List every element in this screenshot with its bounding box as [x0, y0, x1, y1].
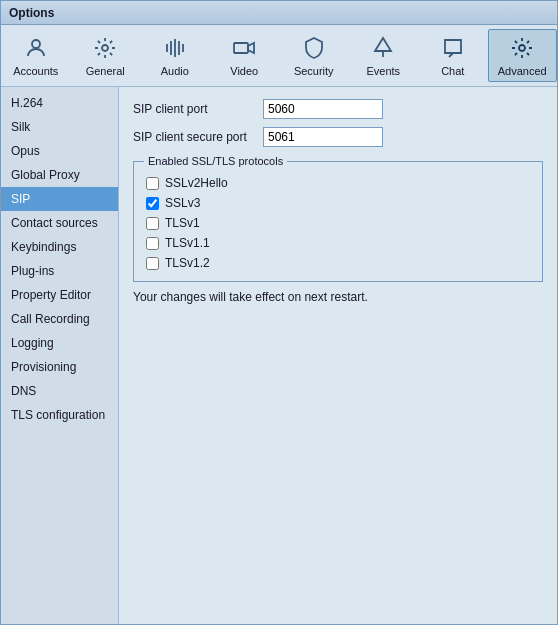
checkbox-row-tlsv1_2: TLSv1.2	[144, 253, 532, 273]
checkbox-label-tlsv1_1: TLSv1.1	[165, 236, 210, 250]
sidebar-item-logging[interactable]: Logging	[1, 331, 118, 355]
sip-port-label: SIP client port	[133, 102, 263, 116]
advanced-icon	[508, 34, 536, 62]
sidebar-item-provisioning[interactable]: Provisioning	[1, 355, 118, 379]
sidebar-item-contact-sources[interactable]: Contact sources	[1, 211, 118, 235]
sidebar-item-keybindings[interactable]: Keybindings	[1, 235, 118, 259]
toolbar-item-accounts[interactable]: Accounts	[1, 29, 71, 82]
svg-point-0	[32, 40, 40, 48]
sip-secure-port-input[interactable]	[263, 127, 383, 147]
sip-port-row: SIP client port	[133, 99, 543, 119]
tls-fieldset: Enabled SSL/TLS protocols SSLv2HelloSSLv…	[133, 155, 543, 282]
toolbar-item-video[interactable]: Video	[210, 29, 280, 82]
toolbar-label-security: Security	[294, 65, 334, 77]
sip-port-input[interactable]	[263, 99, 383, 119]
toolbar-label-chat: Chat	[441, 65, 464, 77]
sidebar-item-h264[interactable]: H.264	[1, 91, 118, 115]
sidebar-item-property-editor[interactable]: Property Editor	[1, 283, 118, 307]
content-area: SIP client port SIP client secure port E…	[119, 87, 557, 624]
sidebar-item-plug-ins[interactable]: Plug-ins	[1, 259, 118, 283]
title-bar: Options	[1, 1, 557, 25]
checkbox-label-sslv3: SSLv3	[165, 196, 200, 210]
sidebar: H.264SilkOpusGlobal ProxySIPContact sour…	[1, 87, 119, 624]
toolbar-item-security[interactable]: Security	[279, 29, 349, 82]
main-content: H.264SilkOpusGlobal ProxySIPContact sour…	[1, 87, 557, 624]
svg-rect-7	[234, 43, 248, 53]
checkbox-label-sslv2hello: SSLv2Hello	[165, 176, 228, 190]
toolbar-label-accounts: Accounts	[13, 65, 58, 77]
general-icon	[91, 34, 119, 62]
toolbar-label-audio: Audio	[161, 65, 189, 77]
checkbox-row-sslv3: SSLv3	[144, 193, 532, 213]
checkbox-row-tlsv1_1: TLSv1.1	[144, 233, 532, 253]
video-icon	[230, 34, 258, 62]
toolbar-label-general: General	[86, 65, 125, 77]
toolbar-label-events: Events	[366, 65, 400, 77]
svg-point-1	[102, 45, 108, 51]
sidebar-item-call-recording[interactable]: Call Recording	[1, 307, 118, 331]
accounts-icon	[22, 34, 50, 62]
sip-secure-port-row: SIP client secure port	[133, 127, 543, 147]
toolbar-item-events[interactable]: Events	[349, 29, 419, 82]
sidebar-item-sip[interactable]: SIP	[1, 187, 118, 211]
toolbar-item-general[interactable]: General	[71, 29, 141, 82]
toolbar: Accounts General Audio Video Security Ev…	[1, 25, 557, 87]
sidebar-item-global-proxy[interactable]: Global Proxy	[1, 163, 118, 187]
tls-legend: Enabled SSL/TLS protocols	[144, 155, 287, 167]
checkbox-row-sslv2hello: SSLv2Hello	[144, 173, 532, 193]
sidebar-item-dns[interactable]: DNS	[1, 379, 118, 403]
checkbox-label-tlsv1: TLSv1	[165, 216, 200, 230]
checkbox-tlsv1_2[interactable]	[146, 257, 159, 270]
sip-secure-port-label: SIP client secure port	[133, 130, 263, 144]
sidebar-item-opus[interactable]: Opus	[1, 139, 118, 163]
sidebar-item-tls-configuration[interactable]: TLS configuration	[1, 403, 118, 427]
checkbox-sslv2hello[interactable]	[146, 177, 159, 190]
toolbar-item-advanced[interactable]: Advanced	[488, 29, 558, 82]
audio-icon	[161, 34, 189, 62]
toolbar-item-chat[interactable]: Chat	[418, 29, 488, 82]
checkbox-sslv3[interactable]	[146, 197, 159, 210]
checkbox-tlsv1_1[interactable]	[146, 237, 159, 250]
checkbox-tlsv1[interactable]	[146, 217, 159, 230]
checkbox-label-tlsv1_2: TLSv1.2	[165, 256, 210, 270]
toolbar-label-video: Video	[230, 65, 258, 77]
options-window: Options Accounts General Audio Video Sec…	[0, 0, 558, 625]
events-icon	[369, 34, 397, 62]
security-icon	[300, 34, 328, 62]
toolbar-label-advanced: Advanced	[498, 65, 547, 77]
sidebar-item-silk[interactable]: Silk	[1, 115, 118, 139]
window-title: Options	[9, 6, 54, 20]
svg-point-9	[519, 45, 525, 51]
restart-note: Your changes will take effect on next re…	[133, 288, 543, 306]
chat-icon	[439, 34, 467, 62]
checkbox-row-tlsv1: TLSv1	[144, 213, 532, 233]
toolbar-item-audio[interactable]: Audio	[140, 29, 210, 82]
